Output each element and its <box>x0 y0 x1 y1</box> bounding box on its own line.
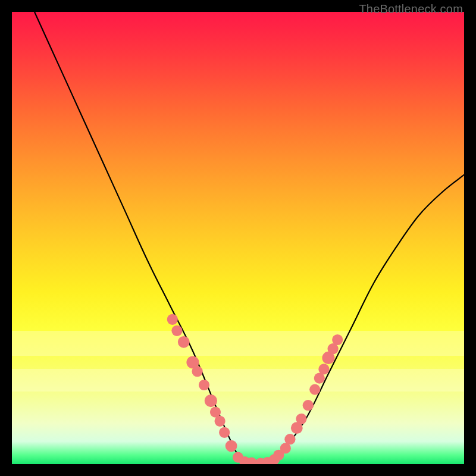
curve-marker <box>205 394 217 407</box>
curve-marker <box>219 427 230 438</box>
chart-frame: TheBottleneck.com <box>0 0 476 476</box>
curve-marker <box>309 384 320 395</box>
curve-marker <box>303 400 314 411</box>
plot-area <box>12 12 464 464</box>
chart-svg <box>12 12 464 464</box>
curve-marker <box>226 440 237 452</box>
bottleneck-curve <box>35 12 464 464</box>
curve-marker <box>296 414 306 424</box>
curve-marker <box>318 364 329 374</box>
curve-marker-group <box>167 314 343 464</box>
watermark-text: TheBottleneck.com <box>359 2 463 16</box>
curve-marker <box>167 314 178 325</box>
curve-marker <box>178 336 190 348</box>
curve-marker <box>199 380 209 390</box>
curve-marker <box>171 325 182 336</box>
curve-marker <box>215 416 226 427</box>
curve-marker <box>284 434 295 444</box>
curve-marker <box>332 334 343 345</box>
curve-marker <box>192 366 203 377</box>
